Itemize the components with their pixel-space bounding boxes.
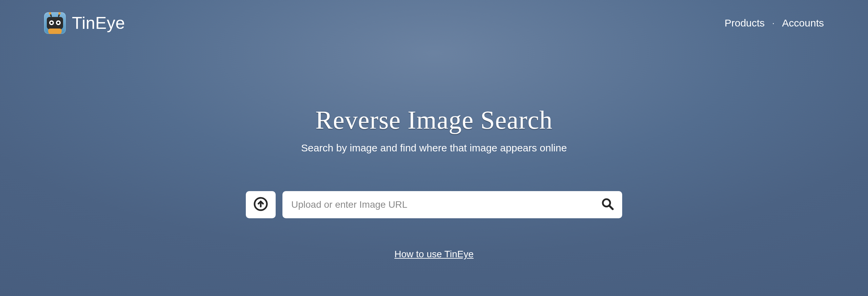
nav-products-link[interactable]: Products <box>725 17 765 29</box>
search-box <box>282 191 622 218</box>
image-url-input[interactable] <box>291 191 599 218</box>
upload-button[interactable] <box>246 191 276 218</box>
tineye-logo-icon <box>44 12 66 34</box>
search-button[interactable] <box>599 196 616 213</box>
svg-line-2 <box>609 206 613 209</box>
page-subtitle: Search by image and find where that imag… <box>0 142 868 154</box>
upload-arrow-circle-icon <box>253 196 269 213</box>
how-to-use-link[interactable]: How to use TinEye <box>394 249 473 259</box>
help-link-row: How to use TinEye <box>0 249 868 260</box>
top-nav: Products · Accounts <box>725 17 824 29</box>
brand[interactable]: TinEye <box>44 12 125 34</box>
header: TinEye Products · Accounts <box>0 0 868 34</box>
nav-accounts-link[interactable]: Accounts <box>782 17 824 29</box>
nav-separator: · <box>772 19 774 27</box>
brand-name: TinEye <box>72 13 125 33</box>
magnifier-icon <box>601 197 614 212</box>
hero: Reverse Image Search Search by image and… <box>0 105 868 154</box>
search-row <box>246 191 622 218</box>
page-title: Reverse Image Search <box>0 105 868 135</box>
